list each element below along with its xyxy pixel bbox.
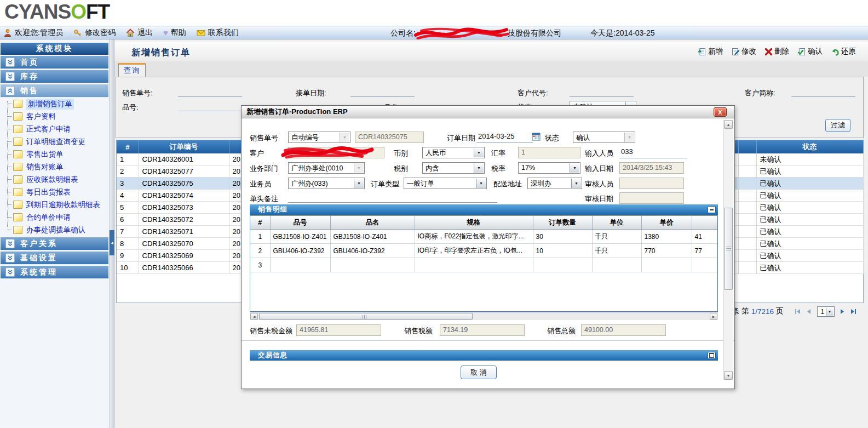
col-index-header[interactable]: # xyxy=(117,140,139,153)
sidebar-section-sales[interactable]: 销售 xyxy=(1,84,108,98)
dlg-customer-field[interactable] xyxy=(288,147,384,158)
chevron-double-down-icon xyxy=(5,267,15,277)
chevron-down-icon[interactable]: ▼ xyxy=(354,179,364,188)
dlg-currency-select[interactable]: 人民币 ▼ xyxy=(422,147,485,158)
dlg-status-value: 确认 xyxy=(576,134,590,141)
detail-row[interactable]: 1GBJ1508-IO-Z401GBJ1508-IO-Z401IO商标，F022… xyxy=(250,230,717,244)
company-name-label: 公司名: xyxy=(390,28,416,38)
last-page-button[interactable] xyxy=(849,307,858,316)
chevron-down-icon[interactable]: ▼ xyxy=(570,163,579,173)
logout-link[interactable]: 退出 xyxy=(126,28,153,38)
detail-row[interactable]: 3 xyxy=(250,258,717,272)
sidebar-section-crm[interactable]: 客户关系 xyxy=(1,237,108,250)
sidebar-section-home[interactable]: 首页 xyxy=(1,56,108,69)
transaction-info-section-bar: 交易信息 xyxy=(250,350,718,361)
note-icon xyxy=(13,163,22,171)
contact-us-link[interactable]: 联系我们 xyxy=(197,28,239,38)
page-number-select[interactable]: 1 ▼ xyxy=(817,306,835,317)
help-link[interactable]: ♥ 帮助 xyxy=(163,28,186,38)
chevron-down-icon[interactable]: ▼ xyxy=(476,179,486,188)
customer-code-input[interactable] xyxy=(570,87,634,97)
chevron-down-icon[interactable]: ▼ xyxy=(474,163,484,173)
dlg-tax-type-value: 内含 xyxy=(426,164,439,172)
dlg-sales-no-mode-select[interactable]: 自动编号 ▼ xyxy=(288,132,350,143)
chevron-down-icon[interactable]: ▼ xyxy=(571,179,581,188)
sidebar-item-sales-reconciliation[interactable]: 销售对账单 xyxy=(0,161,110,173)
confirm-button[interactable]: 确认 xyxy=(797,47,823,56)
sidebar-section-system-admin[interactable]: 系统管理 xyxy=(1,266,108,279)
sales-no-input[interactable] xyxy=(178,87,242,97)
sidebar-item-retail-shipment[interactable]: 零售出货单 xyxy=(0,148,110,161)
dlg-tax-rate-select[interactable]: 17% ▼ xyxy=(518,162,580,174)
item-no-input[interactable] xyxy=(178,101,242,111)
col-order-no-header[interactable]: 订单编号 xyxy=(139,140,229,153)
dlg-delivery-select[interactable]: 深圳办 ▼ xyxy=(527,178,582,189)
chevron-down-icon[interactable]: ▼ xyxy=(474,148,484,157)
collapse-section-button[interactable] xyxy=(708,206,716,213)
dlg-order-date-field[interactable]: 2014-03-25 xyxy=(476,132,533,143)
tab-query[interactable]: 查询 xyxy=(118,63,146,77)
dlg-status-select[interactable]: 确认 ▼ xyxy=(573,132,635,143)
first-page-button[interactable] xyxy=(794,307,802,316)
status-badge: 已确认 xyxy=(756,178,863,190)
dlg-dept-select[interactable]: 广州办事处(0010 ▼ xyxy=(288,162,365,174)
dialog-close-button[interactable]: X xyxy=(714,107,727,117)
chevron-down-icon[interactable]: ▼ xyxy=(826,307,833,316)
dialog-title-bar[interactable]: 新增销售订单-ProducTion ERP xyxy=(242,106,734,118)
expand-section-button[interactable] xyxy=(708,352,716,359)
sidebar-item-daily-shipment-report[interactable]: 每日出货报表 xyxy=(0,186,110,198)
dg-col-amount[interactable] xyxy=(692,216,717,230)
sidebar-item-contract-price-apply[interactable]: 合约单价申请 xyxy=(0,211,110,224)
company-name-tail: 技股份有限公司 xyxy=(508,28,561,38)
dlg-sales-no-label: 销售单号 xyxy=(250,133,278,143)
add-button[interactable]: 新增 xyxy=(698,47,723,56)
sidebar-item-overdue-collection-detail[interactable]: 到期日逾期收款明细表 xyxy=(0,198,110,211)
sidebar-item-customer-info[interactable]: 客户资料 xyxy=(0,110,110,123)
sidebar-item-order-detail-query[interactable]: 订单明细查询变更 xyxy=(0,135,110,148)
sidebar-section-basic-settings[interactable]: 基础设置 xyxy=(1,252,108,265)
scrollbar-thumb[interactable] xyxy=(724,208,733,290)
next-page-button[interactable] xyxy=(838,307,847,316)
prev-page-button[interactable] xyxy=(804,307,813,316)
delete-button[interactable]: 删除 xyxy=(764,47,789,56)
dialog-vertical-scrollbar[interactable]: ▲ ▼ xyxy=(723,120,733,380)
dg-col-index[interactable]: # xyxy=(250,216,270,230)
dg-col-item-name[interactable]: 品名 xyxy=(330,216,415,230)
calendar-icon[interactable] xyxy=(532,132,541,143)
customer-name-input[interactable] xyxy=(791,87,855,97)
scroll-left-icon[interactable]: ◀ xyxy=(250,313,258,320)
sidebar-item-receivables-detail[interactable]: 应收账款明细表 xyxy=(0,173,110,186)
col-status-header[interactable]: 状态 xyxy=(756,140,863,153)
dg-col-spec[interactable]: 规格 xyxy=(415,216,533,230)
dg-col-qty[interactable]: 订单数量 xyxy=(533,216,592,230)
sidebar-item-formal-customer-apply[interactable]: 正式客户申请 xyxy=(0,123,110,135)
edit-button[interactable]: 修改 xyxy=(731,47,756,56)
dlg-order-type-select[interactable]: 一般订单 ▼ xyxy=(404,178,487,189)
dlg-salesman-select[interactable]: 广州办(033) ▼ xyxy=(288,178,365,189)
dlg-remark-input[interactable] xyxy=(288,192,497,203)
confirm-button-label: 确认 xyxy=(808,47,823,56)
detail-row[interactable]: 2GBU406-IO-Z392GBU406-IO-Z392IO印字，印字要求左正… xyxy=(250,244,717,258)
sidebar-section-inventory[interactable]: 库存 xyxy=(1,70,108,83)
cancel-button[interactable]: 取 消 xyxy=(461,366,497,379)
sidebar-item-office-transfer-confirm[interactable]: 办事处调拨单确认 xyxy=(0,224,110,236)
change-password-link[interactable]: 修改密码 xyxy=(73,28,116,38)
col-extra-header[interactable] xyxy=(738,140,756,153)
dlg-entry-by-field[interactable]: 033 xyxy=(619,147,687,158)
chevron-down-icon: ▼ xyxy=(340,133,349,142)
note-icon xyxy=(13,226,22,234)
scrollbar-thumb[interactable] xyxy=(259,313,473,320)
dlg-tax-type-select[interactable]: 内含 ▼ xyxy=(422,162,485,174)
scroll-down-icon[interactable]: ▼ xyxy=(724,371,733,380)
receive-date-input[interactable] xyxy=(350,87,415,97)
filter-button[interactable]: 过滤 xyxy=(825,119,850,132)
detail-horizontal-scrollbar[interactable]: ◀ ▶ xyxy=(250,312,718,320)
restore-button[interactable]: 还原 xyxy=(831,47,856,56)
dg-col-price[interactable]: 单价 xyxy=(641,216,692,230)
dg-col-unit[interactable]: 单位 xyxy=(592,216,641,230)
scroll-right-icon[interactable]: ▶ xyxy=(710,313,717,320)
scroll-up-icon[interactable]: ▲ xyxy=(724,120,733,129)
collapse-sidebar-handle[interactable]: ◂ xyxy=(110,230,114,255)
dg-col-item-no[interactable]: 品号 xyxy=(270,216,330,230)
sidebar-item-new-sales-order[interactable]: 新增销售订单 xyxy=(0,98,110,110)
